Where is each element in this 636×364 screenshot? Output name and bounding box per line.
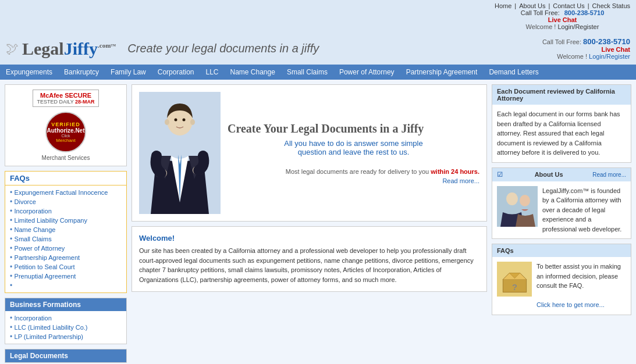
read-more-link[interactable]: Read more...	[228, 177, 479, 184]
about-box-title: About Us	[535, 171, 563, 178]
hero-title: Create Your Legal Documents in a Jiffy	[228, 122, 479, 135]
mcafee-badge: McAfee SECURE TESTED DAILY 28-MAR	[33, 90, 98, 107]
faq-small-claims-link[interactable]: Power of Attorney	[15, 245, 65, 252]
faq-divorce-link[interactable]: Incorporation	[15, 208, 52, 215]
attorney-box: Each Document reviewed by California Att…	[492, 84, 631, 163]
nav-expungements[interactable]: Expungements	[0, 65, 58, 80]
about-box-content: LegalJiffy.com™ is founded by a Californ…	[492, 181, 631, 239]
list-item[interactable]: Expungement Factual Innocence	[10, 188, 122, 197]
list-item[interactable]	[10, 281, 122, 290]
list-item[interactable]: Partnership Agreement	[10, 253, 122, 262]
about-link[interactable]: About Us	[519, 2, 545, 9]
nav-power-of-attorney[interactable]: Power of Attorney	[333, 65, 400, 80]
svg-point-10	[506, 192, 518, 205]
phone-number: 800-238-5710	[564, 9, 605, 16]
sidebar-business-list: Incorporation LLC (Limited Liability Co.…	[5, 311, 126, 344]
list-item[interactable]: Incorporation	[10, 313, 122, 323]
header-right: Call Toll Free: 800-238-5710 Live Chat W…	[542, 37, 630, 60]
faq-power-attorney-link[interactable]: Partnership Agreement	[15, 254, 80, 261]
hero-box: Create Your Legal Documents in a Jiffy A…	[132, 84, 487, 222]
faq-expungement-link[interactable]: Expungement Factual Innocence	[15, 189, 108, 196]
top-bar: Home | About Us | Contact Us | Check Sta…	[0, 0, 636, 33]
list-item[interactable]: Prenuptial Agreement	[10, 272, 122, 281]
nav-family-law[interactable]: Family Law	[105, 65, 152, 80]
about-read-more[interactable]: Read more...	[592, 172, 626, 178]
list-item[interactable]: Small Claims	[10, 234, 122, 244]
hero-delivery: Most legal documents are ready for deliv…	[228, 168, 479, 175]
nav-llc[interactable]: LLC	[200, 65, 224, 80]
list-item[interactable]: Limited Liability Company	[10, 216, 122, 225]
logo-area: 🕊 LegalJiffy.com™ Create your legal docu…	[6, 38, 319, 59]
navbar: Expungements Bankruptcy Family Law Corpo…	[0, 65, 636, 80]
security-badges: McAfee SECURE TESTED DAILY 28-MAR VERIFI…	[5, 84, 127, 166]
welcome-box: Welcome! Our site has been created by a …	[132, 226, 487, 292]
svg-point-7	[165, 119, 169, 125]
faqs-right-content: ? To better assist you in making an info…	[492, 257, 631, 315]
nav-small-claims[interactable]: Small Claims	[281, 65, 333, 80]
list-item[interactable]: Petition to Seal Court	[10, 262, 122, 272]
faqs-click-here[interactable]: Click here to get more...	[536, 301, 605, 308]
nav-corporation[interactable]: Corporation	[152, 65, 200, 80]
nav-name-change[interactable]: Name Change	[225, 65, 281, 80]
sidebar-legal: Legal Documents	[5, 349, 127, 363]
sidebar-faqs-title: FAQs	[5, 172, 126, 185]
faq-incorporation-link[interactable]: Limited Liability Company	[15, 217, 87, 224]
faq-partnership-link[interactable]: Petition to Seal Court	[15, 263, 75, 270]
header-live-chat[interactable]: Live Chat	[601, 46, 630, 53]
faqs-right-title: FAQs	[497, 247, 514, 254]
nav-demand-letters[interactable]: Demand Letters	[483, 65, 544, 80]
check-status-link[interactable]: Check Status	[592, 2, 630, 9]
hero-highlight: within 24 hours.	[431, 168, 479, 175]
login-register-link[interactable]: Login/Register	[557, 23, 599, 30]
merchant-services-label: Merchant Services	[10, 155, 122, 161]
faqs-right-body: To better assist you in making an inform…	[536, 262, 626, 310]
list-item[interactable]: LP (Limited Partnership)	[10, 332, 122, 341]
svg-point-4	[183, 119, 186, 122]
logo-bird-icon: 🕊	[6, 41, 19, 56]
live-chat-label[interactable]: Live Chat	[548, 16, 577, 23]
faq-llc-link[interactable]: Name Change	[15, 226, 56, 233]
logo[interactable]: LegalJiffy.com™	[22, 38, 116, 59]
faq-name-change-link[interactable]: Small Claims	[15, 235, 52, 242]
header: 🕊 LegalJiffy.com™ Create your legal docu…	[0, 33, 636, 65]
nav-bankruptcy[interactable]: Bankruptcy	[58, 65, 105, 80]
main: McAfee SECURE TESTED DAILY 28-MAR VERIFI…	[0, 80, 636, 364]
right-sidebar: Each Document reviewed by California Att…	[492, 84, 631, 364]
list-item[interactable]: Divorce	[10, 197, 122, 206]
header-phone: 800-238-5710	[583, 37, 630, 46]
authorize-net-badge: VERIFIED Authorize.Net Click Merchant	[45, 112, 86, 152]
svg-point-8	[190, 119, 195, 125]
separator3: |	[588, 2, 589, 9]
home-link[interactable]: Home	[495, 2, 511, 9]
mcafee-tested: TESTED DAILY 28-MAR	[37, 99, 94, 105]
nav-partnership-agreement[interactable]: Partnership Agreement	[400, 65, 484, 80]
faq-box-svg: ?	[499, 263, 531, 295]
separator1: |	[514, 2, 516, 9]
welcome-body: Our site has been created by a Californi…	[139, 246, 479, 284]
sidebar-business-title: Business Formations	[5, 298, 126, 311]
tagline: Create your legal documents in a jiffy	[127, 42, 319, 55]
svg-text:?: ?	[512, 282, 517, 291]
faq-bankruptcy-link[interactable]: Divorce	[15, 198, 36, 205]
biz-llc-link[interactable]: LLC (Limited Liability Co.)	[15, 324, 88, 331]
biz-lp-link[interactable]: LP (Limited Partnership)	[15, 333, 83, 340]
list-item[interactable]: Power of Attorney	[10, 244, 122, 253]
left-sidebar: McAfee SECURE TESTED DAILY 28-MAR VERIFI…	[5, 84, 127, 364]
header-toll-free: Call Toll Free:	[542, 38, 581, 45]
sidebar-business: Business Formations Incorporation LLC (L…	[5, 298, 127, 344]
list-item[interactable]: Incorporation	[10, 206, 122, 216]
svg-point-11	[520, 195, 530, 206]
list-item[interactable]: LLC (Limited Liability Co.)	[10, 323, 122, 332]
biz-incorporation-link[interactable]: Incorporation	[15, 315, 52, 322]
logo-text: LegalJiffy.com™	[22, 38, 116, 59]
mcafee-label: McAfee SECURE	[37, 92, 94, 99]
faqs-right-header: FAQs	[492, 244, 631, 257]
header-login-register[interactable]: Login/Register	[589, 53, 630, 60]
contact-link[interactable]: Contact Us	[553, 2, 584, 9]
about-box-header: ☑ About Us Read more...	[492, 168, 631, 181]
about-box-checkbox-icon: ☑	[497, 171, 503, 179]
attorney-box-title: Each Document reviewed by California Att…	[497, 88, 626, 102]
list-item[interactable]: Name Change	[10, 225, 122, 234]
faq-petition-link[interactable]: Prenuptial Agreement	[15, 273, 76, 280]
center-content: Create Your Legal Documents in a Jiffy A…	[132, 84, 487, 364]
